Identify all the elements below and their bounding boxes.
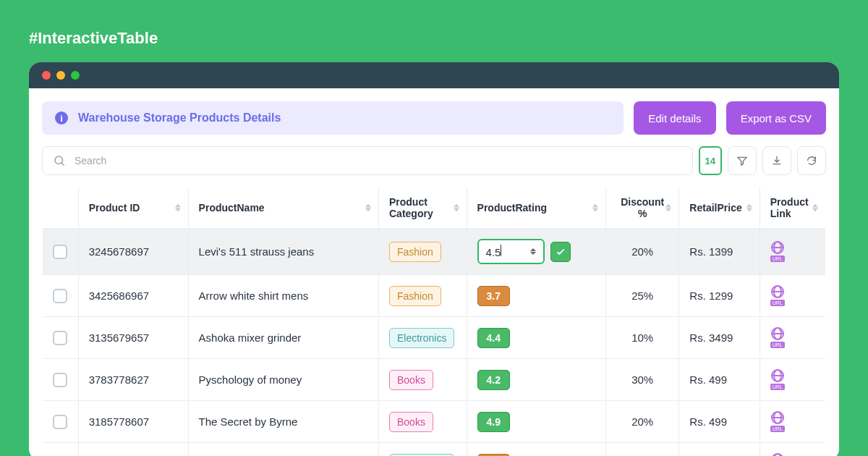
info-icon: i <box>55 111 68 124</box>
stepper-icon[interactable] <box>530 248 536 255</box>
product-name-cell: The Secret by Byrne <box>188 401 378 443</box>
product-id-cell: 3825658637 <box>78 443 188 457</box>
rating-input[interactable]: 4.5 <box>477 239 545 264</box>
page-hashtag: #InteractiveTable <box>29 29 839 48</box>
product-name-cell: HP envy series laptop <box>188 443 378 457</box>
search-icon <box>53 154 66 167</box>
rating-badge: 3.7 <box>477 286 510 306</box>
product-name-cell: Ashoka mixer grinder <box>188 317 378 359</box>
discount-cell: 25% <box>606 275 679 317</box>
rating-badge: 4.4 <box>477 328 510 348</box>
globe-icon <box>771 453 784 456</box>
window-maximize-icon[interactable] <box>71 71 80 80</box>
category-tag: Fashion <box>389 242 441 262</box>
row-checkbox[interactable] <box>53 289 67 303</box>
sort-icon <box>746 204 752 212</box>
sort-icon <box>365 204 371 212</box>
col-product-id[interactable]: Product ID <box>78 187 188 229</box>
table-row[interactable]: 3245678697 Levi's 511 strauss jeans Fash… <box>43 229 826 275</box>
banner-title: Warehouse Storage Products Details <box>78 111 281 124</box>
product-name-cell: Arrow white shirt mens <box>188 275 378 317</box>
price-cell: Rs. 74999 <box>679 443 760 457</box>
sort-icon <box>592 204 598 212</box>
row-checkbox[interactable] <box>53 415 67 429</box>
table-row[interactable]: 3425686967 Arrow white shirt mens Fashio… <box>43 275 826 317</box>
refresh-icon <box>806 155 817 166</box>
col-discount[interactable]: Discount % <box>606 187 679 229</box>
table-row[interactable]: 3825658637 HP envy series laptop Electro… <box>43 443 826 457</box>
category-tag: Electronics <box>389 454 454 457</box>
sort-icon <box>812 204 818 212</box>
svg-point-0 <box>55 156 63 164</box>
price-cell: Rs. 499 <box>679 401 760 443</box>
product-id-cell: 3185778607 <box>78 401 188 443</box>
price-cell: Rs. 1399 <box>679 229 760 275</box>
edit-details-button[interactable]: Edit details <box>634 101 715 135</box>
check-icon <box>556 247 566 257</box>
table-row[interactable]: 3135679657 Ashoka mixer grinder Electron… <box>43 317 826 359</box>
filter-icon <box>736 155 748 166</box>
filter-button[interactable] <box>728 146 757 175</box>
col-retail-price[interactable]: RetailPrice <box>679 187 760 229</box>
discount-cell: 30% <box>606 359 679 401</box>
category-tag: Fashion <box>389 286 441 306</box>
rating-badge: 3.9 <box>477 454 510 457</box>
category-tag: Electronics <box>389 328 454 348</box>
globe-icon <box>771 411 784 424</box>
sort-icon <box>454 204 459 212</box>
col-product-category[interactable]: Product Category <box>378 187 467 229</box>
discount-cell: 10% <box>606 317 679 359</box>
col-product-rating[interactable]: ProductRating <box>467 187 605 229</box>
col-product-name[interactable]: ProductName <box>188 187 378 229</box>
download-icon <box>771 155 783 166</box>
rating-badge: 4.9 <box>477 412 510 432</box>
download-button[interactable] <box>762 146 791 175</box>
sort-icon <box>665 204 671 212</box>
window-close-icon[interactable] <box>42 71 51 80</box>
price-cell: Rs. 3499 <box>679 317 760 359</box>
row-checkbox[interactable] <box>53 373 67 387</box>
globe-icon <box>771 369 784 382</box>
product-name-cell: Pyschology of money <box>188 359 378 401</box>
search-box[interactable] <box>42 146 693 175</box>
price-cell: Rs. 1299 <box>679 275 760 317</box>
product-link-button[interactable]: URL <box>770 369 785 390</box>
price-cell: Rs. 499 <box>679 359 760 401</box>
product-name-cell: Levi's 511 strauss jeans <box>188 229 378 275</box>
globe-icon <box>771 327 784 340</box>
product-link-button[interactable]: URL <box>770 453 785 456</box>
export-csv-button[interactable]: Export as CSV <box>726 101 826 135</box>
category-tag: Books <box>389 412 433 432</box>
product-link-button[interactable]: URL <box>770 411 785 432</box>
svg-line-1 <box>61 163 64 166</box>
rating-badge: 4.2 <box>477 370 510 390</box>
table-row[interactable]: 3783778627 Pyschology of money Books 4.2… <box>43 359 826 401</box>
search-input[interactable] <box>75 155 682 166</box>
count-badge: 14 <box>699 146 722 175</box>
sort-icon <box>175 204 181 212</box>
window-minimize-icon[interactable] <box>56 71 65 80</box>
discount-cell: 20% <box>606 401 679 443</box>
window: i Warehouse Storage Products Details Edi… <box>29 62 839 456</box>
refresh-button[interactable] <box>797 146 826 175</box>
products-table: Product ID ProductName Product Category … <box>42 187 826 456</box>
col-checkbox <box>43 187 79 229</box>
product-id-cell: 3425686967 <box>78 275 188 317</box>
category-tag: Books <box>389 370 433 390</box>
info-banner: i Warehouse Storage Products Details <box>42 101 624 135</box>
col-product-link[interactable]: Product Link <box>760 187 825 229</box>
table-row[interactable]: 3185778607 The Secret by Byrne Books 4.9… <box>43 401 826 443</box>
globe-icon <box>771 285 784 298</box>
product-id-cell: 3135679657 <box>78 317 188 359</box>
titlebar <box>29 62 839 88</box>
discount-cell: 20% <box>606 229 679 275</box>
product-id-cell: 3245678697 <box>78 229 188 275</box>
confirm-rating-button[interactable] <box>550 242 571 262</box>
product-link-button[interactable]: URL <box>770 327 785 348</box>
row-checkbox[interactable] <box>53 331 67 345</box>
product-link-button[interactable]: URL <box>770 285 785 306</box>
discount-cell: 5% <box>606 443 679 457</box>
globe-icon <box>771 241 784 254</box>
product-link-button[interactable]: URL <box>770 241 785 262</box>
row-checkbox[interactable] <box>53 245 67 259</box>
